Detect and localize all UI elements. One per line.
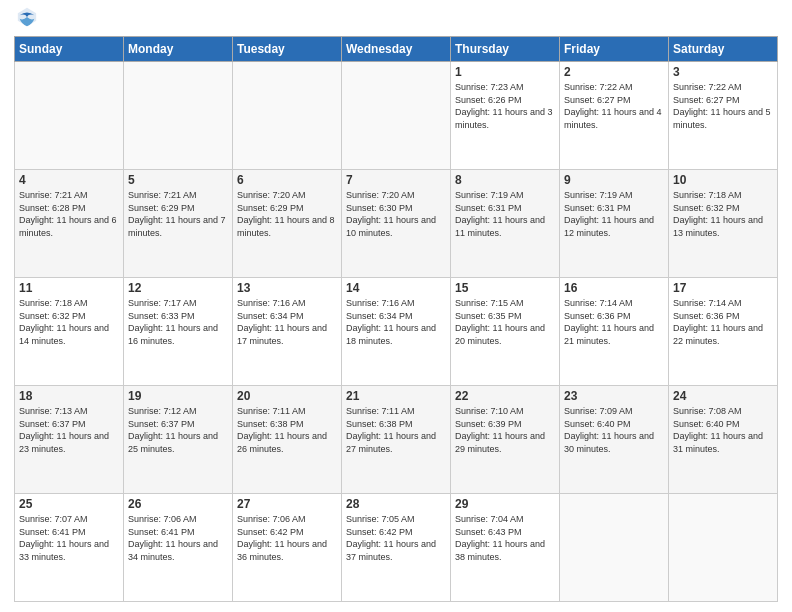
day-number: 13 — [237, 281, 337, 295]
logo-icon — [16, 6, 38, 28]
day-number: 26 — [128, 497, 228, 511]
cell-info: Sunrise: 7:05 AMSunset: 6:42 PMDaylight:… — [346, 513, 446, 563]
day-number: 28 — [346, 497, 446, 511]
cell-info: Sunrise: 7:17 AMSunset: 6:33 PMDaylight:… — [128, 297, 228, 347]
calendar-cell: 10Sunrise: 7:18 AMSunset: 6:32 PMDayligh… — [669, 170, 778, 278]
cell-info: Sunrise: 7:10 AMSunset: 6:39 PMDaylight:… — [455, 405, 555, 455]
calendar-cell: 20Sunrise: 7:11 AMSunset: 6:38 PMDayligh… — [233, 386, 342, 494]
calendar-cell: 29Sunrise: 7:04 AMSunset: 6:43 PMDayligh… — [451, 494, 560, 602]
day-number: 25 — [19, 497, 119, 511]
calendar-cell — [669, 494, 778, 602]
cell-info: Sunrise: 7:11 AMSunset: 6:38 PMDaylight:… — [346, 405, 446, 455]
calendar-cell — [233, 62, 342, 170]
day-number: 3 — [673, 65, 773, 79]
cell-info: Sunrise: 7:12 AMSunset: 6:37 PMDaylight:… — [128, 405, 228, 455]
calendar-cell: 14Sunrise: 7:16 AMSunset: 6:34 PMDayligh… — [342, 278, 451, 386]
calendar-cell: 16Sunrise: 7:14 AMSunset: 6:36 PMDayligh… — [560, 278, 669, 386]
calendar-table: SundayMondayTuesdayWednesdayThursdayFrid… — [14, 36, 778, 602]
cell-info: Sunrise: 7:22 AMSunset: 6:27 PMDaylight:… — [673, 81, 773, 131]
day-number: 27 — [237, 497, 337, 511]
cell-info: Sunrise: 7:15 AMSunset: 6:35 PMDaylight:… — [455, 297, 555, 347]
calendar-cell: 26Sunrise: 7:06 AMSunset: 6:41 PMDayligh… — [124, 494, 233, 602]
calendar-cell: 3Sunrise: 7:22 AMSunset: 6:27 PMDaylight… — [669, 62, 778, 170]
day-number: 9 — [564, 173, 664, 187]
cell-info: Sunrise: 7:08 AMSunset: 6:40 PMDaylight:… — [673, 405, 773, 455]
calendar-header-saturday: Saturday — [669, 37, 778, 62]
calendar-cell: 27Sunrise: 7:06 AMSunset: 6:42 PMDayligh… — [233, 494, 342, 602]
calendar-cell: 8Sunrise: 7:19 AMSunset: 6:31 PMDaylight… — [451, 170, 560, 278]
day-number: 12 — [128, 281, 228, 295]
cell-info: Sunrise: 7:06 AMSunset: 6:42 PMDaylight:… — [237, 513, 337, 563]
calendar-header-tuesday: Tuesday — [233, 37, 342, 62]
day-number: 17 — [673, 281, 773, 295]
calendar-cell — [342, 62, 451, 170]
calendar-cell: 9Sunrise: 7:19 AMSunset: 6:31 PMDaylight… — [560, 170, 669, 278]
day-number: 23 — [564, 389, 664, 403]
cell-info: Sunrise: 7:07 AMSunset: 6:41 PMDaylight:… — [19, 513, 119, 563]
calendar-header-friday: Friday — [560, 37, 669, 62]
calendar-cell: 17Sunrise: 7:14 AMSunset: 6:36 PMDayligh… — [669, 278, 778, 386]
calendar-cell: 18Sunrise: 7:13 AMSunset: 6:37 PMDayligh… — [15, 386, 124, 494]
day-number: 4 — [19, 173, 119, 187]
calendar-cell: 25Sunrise: 7:07 AMSunset: 6:41 PMDayligh… — [15, 494, 124, 602]
calendar-cell: 6Sunrise: 7:20 AMSunset: 6:29 PMDaylight… — [233, 170, 342, 278]
day-number: 2 — [564, 65, 664, 79]
day-number: 7 — [346, 173, 446, 187]
calendar-cell: 4Sunrise: 7:21 AMSunset: 6:28 PMDaylight… — [15, 170, 124, 278]
calendar-cell: 15Sunrise: 7:15 AMSunset: 6:35 PMDayligh… — [451, 278, 560, 386]
page: SundayMondayTuesdayWednesdayThursdayFrid… — [0, 0, 792, 612]
day-number: 22 — [455, 389, 555, 403]
calendar-header-sunday: Sunday — [15, 37, 124, 62]
cell-info: Sunrise: 7:11 AMSunset: 6:38 PMDaylight:… — [237, 405, 337, 455]
cell-info: Sunrise: 7:18 AMSunset: 6:32 PMDaylight:… — [19, 297, 119, 347]
day-number: 10 — [673, 173, 773, 187]
calendar-header-wednesday: Wednesday — [342, 37, 451, 62]
calendar-cell: 24Sunrise: 7:08 AMSunset: 6:40 PMDayligh… — [669, 386, 778, 494]
calendar-cell: 19Sunrise: 7:12 AMSunset: 6:37 PMDayligh… — [124, 386, 233, 494]
cell-info: Sunrise: 7:20 AMSunset: 6:30 PMDaylight:… — [346, 189, 446, 239]
calendar-header-thursday: Thursday — [451, 37, 560, 62]
calendar-cell: 12Sunrise: 7:17 AMSunset: 6:33 PMDayligh… — [124, 278, 233, 386]
cell-info: Sunrise: 7:20 AMSunset: 6:29 PMDaylight:… — [237, 189, 337, 239]
day-number: 18 — [19, 389, 119, 403]
cell-info: Sunrise: 7:23 AMSunset: 6:26 PMDaylight:… — [455, 81, 555, 131]
calendar-week-row: 25Sunrise: 7:07 AMSunset: 6:41 PMDayligh… — [15, 494, 778, 602]
day-number: 5 — [128, 173, 228, 187]
cell-info: Sunrise: 7:14 AMSunset: 6:36 PMDaylight:… — [564, 297, 664, 347]
cell-info: Sunrise: 7:06 AMSunset: 6:41 PMDaylight:… — [128, 513, 228, 563]
calendar-cell: 2Sunrise: 7:22 AMSunset: 6:27 PMDaylight… — [560, 62, 669, 170]
cell-info: Sunrise: 7:21 AMSunset: 6:28 PMDaylight:… — [19, 189, 119, 239]
day-number: 29 — [455, 497, 555, 511]
cell-info: Sunrise: 7:16 AMSunset: 6:34 PMDaylight:… — [346, 297, 446, 347]
calendar-cell: 28Sunrise: 7:05 AMSunset: 6:42 PMDayligh… — [342, 494, 451, 602]
day-number: 11 — [19, 281, 119, 295]
cell-info: Sunrise: 7:14 AMSunset: 6:36 PMDaylight:… — [673, 297, 773, 347]
calendar-header-monday: Monday — [124, 37, 233, 62]
day-number: 8 — [455, 173, 555, 187]
calendar-cell: 23Sunrise: 7:09 AMSunset: 6:40 PMDayligh… — [560, 386, 669, 494]
calendar-cell: 22Sunrise: 7:10 AMSunset: 6:39 PMDayligh… — [451, 386, 560, 494]
calendar-week-row: 11Sunrise: 7:18 AMSunset: 6:32 PMDayligh… — [15, 278, 778, 386]
cell-info: Sunrise: 7:16 AMSunset: 6:34 PMDaylight:… — [237, 297, 337, 347]
calendar-cell — [560, 494, 669, 602]
day-number: 21 — [346, 389, 446, 403]
calendar-cell: 11Sunrise: 7:18 AMSunset: 6:32 PMDayligh… — [15, 278, 124, 386]
cell-info: Sunrise: 7:21 AMSunset: 6:29 PMDaylight:… — [128, 189, 228, 239]
calendar-cell: 21Sunrise: 7:11 AMSunset: 6:38 PMDayligh… — [342, 386, 451, 494]
logo — [14, 10, 38, 28]
day-number: 6 — [237, 173, 337, 187]
cell-info: Sunrise: 7:19 AMSunset: 6:31 PMDaylight:… — [455, 189, 555, 239]
calendar-cell: 7Sunrise: 7:20 AMSunset: 6:30 PMDaylight… — [342, 170, 451, 278]
day-number: 15 — [455, 281, 555, 295]
cell-info: Sunrise: 7:04 AMSunset: 6:43 PMDaylight:… — [455, 513, 555, 563]
day-number: 20 — [237, 389, 337, 403]
calendar-week-row: 4Sunrise: 7:21 AMSunset: 6:28 PMDaylight… — [15, 170, 778, 278]
day-number: 1 — [455, 65, 555, 79]
day-number: 24 — [673, 389, 773, 403]
calendar-week-row: 18Sunrise: 7:13 AMSunset: 6:37 PMDayligh… — [15, 386, 778, 494]
calendar-header-row: SundayMondayTuesdayWednesdayThursdayFrid… — [15, 37, 778, 62]
day-number: 19 — [128, 389, 228, 403]
calendar-week-row: 1Sunrise: 7:23 AMSunset: 6:26 PMDaylight… — [15, 62, 778, 170]
day-number: 16 — [564, 281, 664, 295]
calendar-cell — [124, 62, 233, 170]
